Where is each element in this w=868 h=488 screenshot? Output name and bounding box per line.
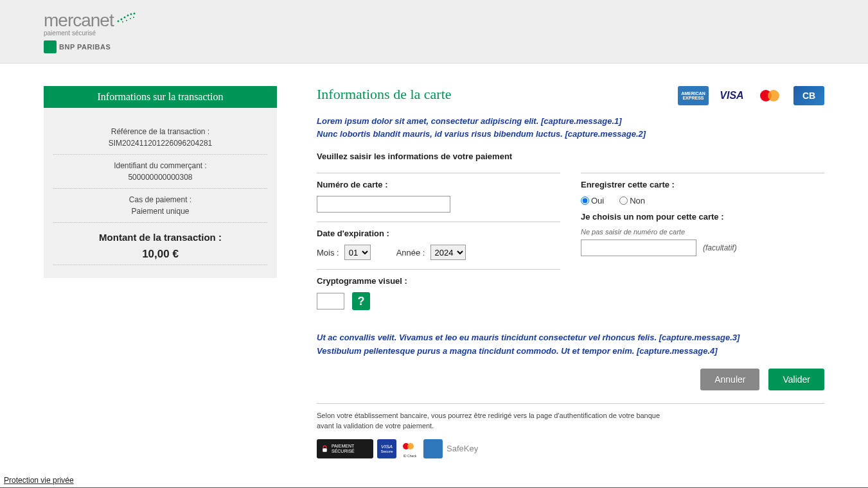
save-card-label: Enregistrer cette carte :: [581, 180, 824, 189]
capture-message-1: Lorem ipsum dolor sit amet, consectetur …: [317, 116, 824, 127]
optional-hint: (facultatif): [703, 243, 737, 252]
capture-message-3: Ut ac convallis velit. Vivamus et leo eu…: [317, 332, 824, 344]
security-badges: PAIEMENT SÉCURISÉ VISASecure ID Check Sa…: [317, 439, 824, 458]
amount-row: Montant de la transaction : 10,00 €: [53, 223, 267, 265]
svg-point-2: [123, 16, 125, 18]
amount-label: Montant de la transaction :: [53, 232, 267, 243]
submit-button[interactable]: Valider: [768, 369, 824, 390]
merchant-label: Identifiant du commerçant :: [53, 161, 267, 170]
save-card-group: Enregistrer cette carte : Oui Non Je cho…: [581, 173, 824, 265]
radio-no-item[interactable]: Non: [619, 196, 645, 205]
capture-message-4: Vestibulum pellentesque purus a magna ti…: [317, 345, 824, 357]
cancel-button[interactable]: Annuler: [700, 369, 759, 390]
cvv-help-button[interactable]: ?: [352, 292, 370, 310]
cb-icon: CB: [793, 86, 824, 105]
reference-label: Référence de la transaction :: [53, 127, 267, 136]
mastercard-icon: [755, 86, 786, 105]
lock-icon: [321, 444, 329, 454]
page-title: Informations de la carte: [317, 86, 452, 103]
card-number-input[interactable]: [317, 196, 450, 213]
mc-idcheck-badge: ID Check: [400, 439, 420, 458]
privacy-bar: Protection vie privée: [0, 471, 868, 488]
header: mercanet paiement sécurisé BNP PARIBAS: [0, 0, 868, 64]
radio-yes[interactable]: [581, 196, 589, 205]
visa-icon: VISA: [716, 86, 747, 105]
bnp-logo: BNP PARIBAS: [44, 40, 141, 53]
amex-icon: AMERICANEXPRESS: [678, 86, 709, 105]
capture-message-2: Nunc lobortis blandit mauris, id varius …: [317, 128, 824, 140]
logo-block: mercanet paiement sécurisé BNP PARIBAS: [44, 10, 141, 53]
radio-no-label: Non: [630, 196, 645, 205]
bnp-square-icon: [44, 40, 57, 53]
svg-point-3: [127, 14, 128, 16]
radio-no[interactable]: [619, 196, 628, 205]
radio-yes-label: Oui: [591, 196, 604, 205]
card-name-label: Je choisis un nom pour cette carte :: [581, 212, 824, 222]
svg-point-8: [130, 18, 131, 19]
logo-tagline: paiement sécurisé: [44, 30, 141, 37]
safekey-text: SafeKey: [447, 444, 478, 453]
merchant-id-row: Identifiant du commerçant : 500000000000…: [53, 155, 267, 189]
svg-point-1: [120, 18, 122, 20]
card-number-group: Numéro de carte :: [317, 173, 560, 222]
svg-point-6: [122, 21, 123, 22]
card-name-input[interactable]: [581, 240, 696, 256]
bank-redirect-notice: Selon votre établissement bancaire, vous…: [317, 410, 677, 431]
expiry-group: Date d'expiration : Mois : 01 Année : 20…: [317, 222, 560, 269]
cvv-group: Cryptogramme visuel : ?: [317, 269, 560, 319]
amex-badge: [423, 439, 443, 458]
expiry-label: Date d'expiration :: [317, 229, 560, 238]
transaction-sidebar: Informations sur la transaction Référenc…: [44, 86, 277, 278]
reference-value: SIM202411201226096204281: [53, 139, 267, 148]
cvv-label: Cryptogramme visuel :: [317, 276, 560, 286]
year-label: Année :: [396, 248, 425, 257]
privacy-link[interactable]: Protection vie privée: [4, 476, 74, 485]
merchant-value: 500000000000308: [53, 173, 267, 182]
case-label: Cas de paiement :: [53, 195, 267, 204]
radio-yes-item[interactable]: Oui: [581, 196, 604, 205]
svg-rect-10: [323, 448, 326, 452]
svg-point-4: [130, 13, 132, 15]
svg-point-7: [126, 20, 127, 21]
svg-point-0: [117, 20, 119, 22]
logo-dots-icon: [115, 12, 141, 24]
card-number-label: Numéro de carte :: [317, 180, 560, 189]
accepted-cards: AMERICANEXPRESS VISA CB: [678, 86, 824, 105]
year-select[interactable]: 2024: [430, 245, 466, 260]
logo-brand: mercanet: [44, 10, 114, 31]
bnp-text: BNP PARIBAS: [59, 43, 111, 51]
secure-payment-badge: PAIEMENT SÉCURISÉ: [317, 439, 373, 458]
main-form: Informations de la carte AMERICANEXPRESS…: [317, 86, 824, 458]
svg-point-5: [133, 12, 135, 14]
form-instruction: Veuillez saisir les informations de votr…: [317, 152, 824, 161]
transaction-reference-row: Référence de la transaction : SIM2024112…: [53, 121, 267, 155]
cvv-input[interactable]: [317, 293, 344, 309]
visa-secure-badge: VISASecure: [377, 439, 396, 458]
sidebar-title: Informations sur la transaction: [44, 86, 277, 108]
svg-point-9: [133, 17, 134, 18]
month-label: Mois :: [317, 248, 339, 257]
amount-value: 10,00 €: [53, 248, 267, 261]
payment-case-row: Cas de paiement : Paiement unique: [53, 189, 267, 223]
card-name-hint: Ne pas saisir de numéro de carte: [581, 228, 824, 236]
case-value: Paiement unique: [53, 207, 267, 216]
month-select[interactable]: 01: [344, 245, 371, 260]
